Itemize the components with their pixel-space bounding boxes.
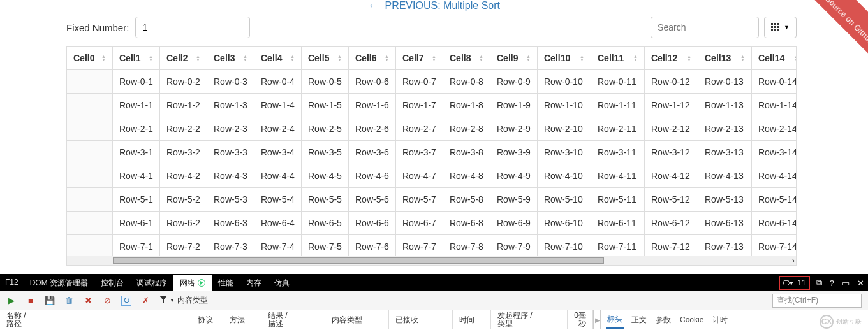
- column-header[interactable]: Cell3▲▼: [207, 47, 254, 70]
- clear-cookies-icon[interactable]: ✗: [140, 296, 151, 306]
- table-cell: Row-5-13: [698, 188, 752, 212]
- table-cell: Row-7-2: [160, 235, 207, 256]
- column-header[interactable]: Cell7▲▼: [396, 47, 443, 70]
- details-tab[interactable]: 计时: [711, 312, 729, 328]
- columns-button[interactable]: ▼: [764, 17, 797, 38]
- details-tab[interactable]: 参数: [654, 312, 672, 328]
- table-cell: [67, 212, 113, 235]
- sort-icon[interactable]: ▲▼: [149, 55, 153, 61]
- table-cell: Row-1-5: [302, 94, 349, 117]
- sort-icon[interactable]: ▲▼: [337, 55, 342, 61]
- sort-icon[interactable]: ▲▼: [101, 55, 106, 61]
- col-method[interactable]: 方法: [223, 310, 261, 329]
- filter-button[interactable]: ▼ 内容类型: [159, 295, 208, 306]
- svg-rect-2: [777, 23, 779, 25]
- col-result[interactable]: 结果 / 描述: [261, 310, 325, 329]
- close-devtools-icon[interactable]: ✕: [853, 276, 868, 291]
- col-name[interactable]: 名称 / 路径: [0, 310, 191, 329]
- play-icon[interactable]: ▶: [6, 296, 17, 306]
- column-header[interactable]: Cell14▲▼: [752, 47, 796, 70]
- column-header[interactable]: Cell0▲▼: [67, 47, 113, 70]
- col-initiator[interactable]: 发起程序 / 类型: [491, 310, 568, 329]
- col-protocol[interactable]: 协议: [191, 310, 223, 329]
- column-header[interactable]: Cell13▲▼: [698, 47, 752, 70]
- table-cell: Row-6-11: [591, 212, 645, 235]
- table-cell: Row-0-3: [207, 70, 254, 94]
- column-header[interactable]: Cell10▲▼: [538, 47, 591, 70]
- header-label: Cell6: [355, 53, 376, 63]
- scrollbar-thumb[interactable]: [113, 257, 604, 264]
- undock-icon[interactable]: ▭: [838, 276, 853, 291]
- clear-session-icon[interactable]: 🗑: [64, 296, 74, 306]
- col-content-type[interactable]: 内容类型: [325, 310, 389, 329]
- column-header[interactable]: Cell6▲▼: [349, 47, 396, 70]
- devtools-tab[interactable]: 调试程序: [130, 275, 173, 291]
- table-cell: Row-2-8: [443, 117, 490, 141]
- search-input[interactable]: [651, 17, 759, 38]
- column-header[interactable]: Cell8▲▼: [443, 47, 490, 70]
- sort-icon[interactable]: ▲▼: [794, 55, 796, 61]
- select-element-icon[interactable]: ⧉: [813, 275, 826, 291]
- horizontal-scrollbar[interactable]: ›: [67, 256, 796, 265]
- devtools-tab[interactable]: 仿真: [268, 275, 296, 291]
- details-tab[interactable]: 正文: [630, 312, 648, 328]
- table-cell: Row-6-4: [254, 212, 302, 235]
- stop-icon[interactable]: ■: [26, 296, 36, 306]
- table-cell: Row-2-3: [207, 117, 254, 141]
- devtools-tab[interactable]: 性能: [212, 275, 240, 291]
- sort-icon[interactable]: ▲▼: [290, 55, 295, 61]
- prev-link[interactable]: ← PREVIOUS: Multiple Sort: [365, 0, 503, 11]
- svg-rect-8: [777, 29, 779, 31]
- column-header[interactable]: Cell4▲▼: [254, 47, 302, 70]
- column-header[interactable]: Cell5▲▼: [302, 47, 349, 70]
- table-cell: [67, 235, 113, 256]
- sort-icon[interactable]: ▲▼: [687, 55, 691, 61]
- details-tab[interactable]: Cookie: [679, 313, 705, 327]
- table-cell: Row-1-7: [396, 94, 443, 117]
- column-header[interactable]: Cell12▲▼: [645, 47, 698, 70]
- column-header[interactable]: Cell9▲▼: [490, 47, 538, 70]
- details-tab[interactable]: 标头: [606, 312, 624, 329]
- scroll-right-icon[interactable]: ›: [791, 256, 796, 265]
- fixed-number-input[interactable]: [135, 17, 250, 38]
- table-cell: Row-4-1: [113, 164, 160, 188]
- sort-icon[interactable]: ▲▼: [740, 55, 745, 61]
- header-label: Cell1: [119, 53, 140, 63]
- save-icon[interactable]: 💾: [45, 296, 55, 306]
- devtools-tab[interactable]: 内存: [240, 275, 268, 291]
- sort-icon[interactable]: ▲▼: [432, 55, 436, 61]
- header-label: Cell0: [73, 53, 94, 63]
- column-header[interactable]: Cell11▲▼: [591, 47, 645, 70]
- devtools-tab[interactable]: DOM 资源管理器: [24, 275, 94, 291]
- header-label: Cell12: [651, 53, 677, 63]
- col-received[interactable]: 已接收: [389, 310, 453, 329]
- sort-icon[interactable]: ▲▼: [580, 55, 584, 61]
- col-time[interactable]: 时间: [453, 310, 491, 329]
- preserve-log-icon[interactable]: ↻: [121, 296, 131, 306]
- clear-entries-icon[interactable]: ✖: [83, 296, 93, 306]
- splitter-icon[interactable]: ▶: [593, 310, 601, 329]
- table-cell: Row-3-9: [490, 141, 538, 164]
- col-summary: 0毫秒: [568, 310, 593, 329]
- column-header[interactable]: Cell2▲▼: [160, 47, 207, 70]
- table-cell: Row-6-10: [538, 212, 591, 235]
- sort-icon[interactable]: ▲▼: [526, 55, 531, 61]
- clear-cache-icon[interactable]: ⊘: [102, 296, 112, 306]
- table-cell: Row-1-4: [254, 94, 302, 117]
- error-counter[interactable]: 🖵▾ 11: [779, 276, 809, 290]
- sort-icon[interactable]: ▲▼: [633, 55, 638, 61]
- devtools-tab[interactable]: 网络: [173, 275, 212, 291]
- help-icon[interactable]: ?: [826, 276, 838, 291]
- table-cell: Row-2-6: [349, 117, 396, 141]
- find-input[interactable]: 查找(Ctrl+F): [772, 294, 862, 308]
- sort-icon[interactable]: ▲▼: [385, 55, 389, 61]
- table-cell: Row-2-2: [160, 117, 207, 141]
- table-cell: Row-6-2: [160, 212, 207, 235]
- sort-icon[interactable]: ▲▼: [479, 55, 483, 61]
- table-cell: Row-7-8: [443, 235, 490, 256]
- sort-icon[interactable]: ▲▼: [243, 55, 247, 61]
- table-cell: [67, 70, 113, 94]
- sort-icon[interactable]: ▲▼: [196, 55, 200, 61]
- devtools-tab[interactable]: 控制台: [94, 275, 130, 291]
- column-header[interactable]: Cell1▲▼: [113, 47, 160, 70]
